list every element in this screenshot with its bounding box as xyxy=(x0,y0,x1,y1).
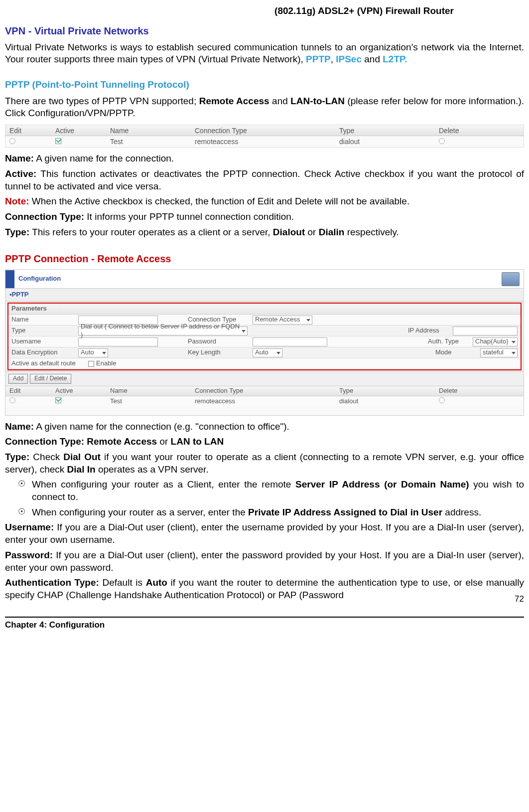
col-type: Type xyxy=(339,126,439,135)
pptp-list-table: Edit Active Name Connection Type Type De… xyxy=(5,125,524,148)
active-checkbox[interactable] xyxy=(55,397,61,403)
lbl-key: Key Length xyxy=(188,348,253,357)
lbl-default-route: Active as default route xyxy=(8,359,88,368)
lbl-type: Type xyxy=(8,326,78,335)
kw-ipsec: IPSec xyxy=(336,54,362,64)
lbl-enc: Data Encryption xyxy=(8,348,78,357)
subsection-pptp: PPTP (Point-to-Point Tunneling Protocol) xyxy=(5,79,524,91)
monitor-icon xyxy=(502,272,520,286)
panel-table-header: Edit Active Name Connection Type Type De… xyxy=(5,386,524,396)
def2-conn: Connection Type: Remote Access or LAN to… xyxy=(5,436,524,448)
enable-checkbox[interactable] xyxy=(88,361,94,367)
lbl-name: Name xyxy=(8,316,78,324)
kw-l2tp: L2TP. xyxy=(383,54,407,64)
edit-radio[interactable] xyxy=(9,397,15,403)
type-bullets: When configuring your router as a Client… xyxy=(5,479,524,518)
parameters-label: Parameters xyxy=(8,304,521,315)
cell-conn: remoteaccess xyxy=(195,137,339,146)
page-header: (802.11g) ADSL2+ (VPN) Firewall Router xyxy=(5,5,524,17)
table-header-row: Edit Active Name Connection Type Type De… xyxy=(5,125,524,136)
active-checkbox[interactable] xyxy=(55,138,61,144)
cell-type: dialout xyxy=(339,137,439,146)
delete-radio[interactable] xyxy=(439,397,445,403)
col-active: Active xyxy=(55,126,110,135)
highlighted-parameters: Parameters Name Connection Type Remote A… xyxy=(7,303,522,370)
def-name: Name: A given name for the connection. xyxy=(5,153,524,165)
ip-input[interactable] xyxy=(453,326,518,335)
col-name: Name xyxy=(110,126,195,135)
lbl-user: Usemame xyxy=(8,337,78,346)
row-type: Type Dial out ( Connect to below Server … xyxy=(8,325,521,336)
def2-pass: Password: If you are a Dial-Out user (cl… xyxy=(5,549,524,574)
blue-accent-bar xyxy=(5,270,14,288)
edit-delete-button[interactable]: Edit / Delete xyxy=(30,374,71,384)
col-conn: Connection Type xyxy=(195,126,339,135)
conn-type-select[interactable]: Remote Access xyxy=(253,316,312,325)
panel-table-row: Test remoteaccess dialout xyxy=(5,396,524,407)
button-row: Add Edit / Delete xyxy=(5,371,524,386)
lbl-mode: Mode xyxy=(435,348,480,357)
bullet-client: When configuring your router as a Client… xyxy=(32,479,524,503)
mode-select[interactable]: stateful xyxy=(480,348,518,357)
def2-user: Username: If you are a Dial-Out user (cl… xyxy=(5,521,524,546)
row-default-route: Active as default route Enable xyxy=(8,358,521,369)
panel-title: Configuration xyxy=(18,275,61,283)
tab-pptp[interactable]: •PPTP xyxy=(5,289,524,302)
bullet-server: When configuring your router as a server… xyxy=(32,506,524,519)
table-row: Test remoteaccess dialout xyxy=(5,136,524,147)
def-conn: Connection Type: It informs your PPTP tu… xyxy=(5,211,524,223)
pptp-intro: There are two types of PPTP VPN supporte… xyxy=(5,95,524,120)
enc-select[interactable]: Auto xyxy=(78,348,108,357)
chapter-label: Chapter 4: Configuration xyxy=(5,620,105,631)
def2-name: Name: A given name for the connection (e… xyxy=(5,421,524,433)
def-type: Type: This refers to your router operate… xyxy=(5,226,524,239)
lbl-ip: IP Address xyxy=(408,326,453,335)
add-button[interactable]: Add xyxy=(8,374,28,384)
section-title-vpn: VPN - Virtual Private Networks xyxy=(5,24,524,37)
config-panel: Configuration •PPTP Parameters Name Conn… xyxy=(5,269,524,415)
auth-select[interactable]: Chap(Auto) xyxy=(473,337,518,346)
key-select[interactable]: Auto xyxy=(253,348,282,357)
kw-pptp: PPTP xyxy=(306,54,331,64)
def-active: Active: This function activates or deact… xyxy=(5,168,524,192)
lbl-auth: Auth. Type xyxy=(428,337,473,346)
lbl-enable: Enable xyxy=(96,359,116,368)
cell-name: Test xyxy=(110,137,195,146)
footer: Chapter 4: Configuration xyxy=(5,617,524,631)
section-title-remote: PPTP Connection - Remote Access xyxy=(5,252,524,265)
col-delete: Delete xyxy=(439,126,519,135)
delete-radio[interactable] xyxy=(439,138,445,144)
col-edit: Edit xyxy=(5,126,55,135)
vpn-intro: Virtual Private Networks is ways to esta… xyxy=(5,41,524,66)
def2-type: Type: Check Dial Out if you want your ro… xyxy=(5,451,524,476)
type-select[interactable]: Dial out ( Connect to below Server IP ad… xyxy=(78,326,248,335)
password-input[interactable] xyxy=(253,337,327,346)
panel-top: Configuration xyxy=(5,270,524,289)
def-note: Note: When the Active checkbox is checke… xyxy=(5,195,524,208)
edit-radio[interactable] xyxy=(9,138,15,144)
row-enc: Data Encryption Auto Key Length Auto Mod… xyxy=(8,347,521,358)
